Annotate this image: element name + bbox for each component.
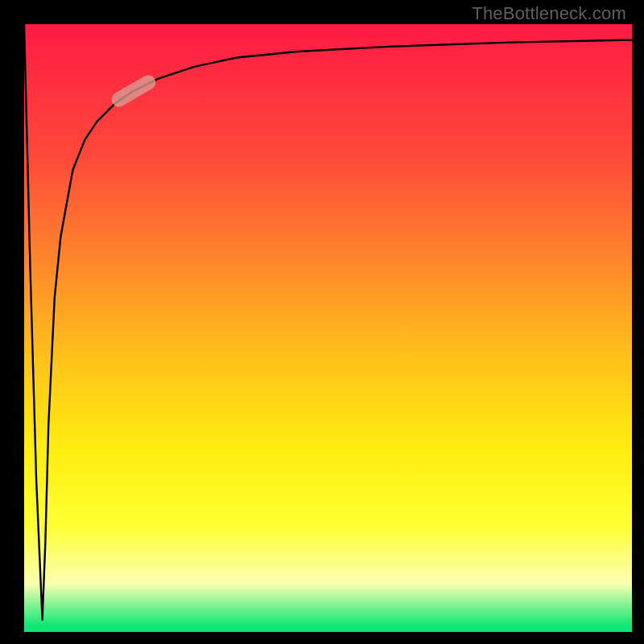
curve-marker-pill	[109, 72, 158, 109]
chart-frame: TheBottleneck.com	[0, 0, 644, 644]
bottleneck-curve	[24, 24, 632, 620]
curve-layer	[24, 24, 632, 632]
curve-marker	[109, 72, 158, 109]
attribution-text: TheBottleneck.com	[472, 3, 626, 24]
